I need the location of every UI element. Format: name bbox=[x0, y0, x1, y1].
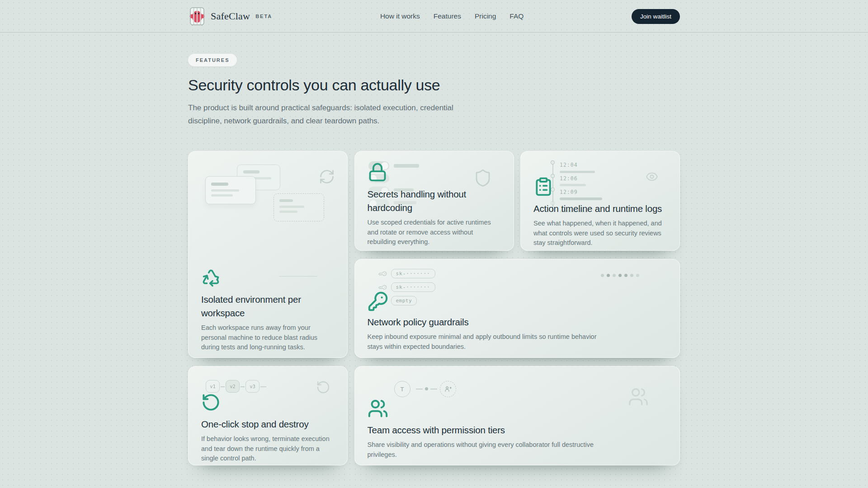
card-description: See what happened, when it happened, and… bbox=[533, 219, 667, 248]
tier-circle: T bbox=[394, 381, 410, 397]
card-action-timeline: 12:04 12:06 12:09 Action timeline and ru… bbox=[520, 151, 680, 251]
key-mini-icon bbox=[377, 269, 388, 279]
secret-key-pill: sk-······· bbox=[391, 269, 435, 278]
card-title: Secrets handling without hardcoding bbox=[368, 188, 483, 215]
version-chip: v3 bbox=[245, 380, 259, 393]
card-network-policy: sk-······· sk-······· empty bbox=[354, 259, 680, 358]
card-title: One-click stop and destroy bbox=[201, 418, 309, 431]
recycle-icon bbox=[201, 268, 221, 287]
rotate-ccw-icon bbox=[201, 393, 221, 412]
features-section: FEATURES Security controls you can actua… bbox=[188, 33, 680, 465]
card-stop-destroy: v1 v2 v3 One-click stop and destroy If b… bbox=[188, 366, 348, 465]
key-icon bbox=[368, 291, 388, 312]
user-plus-icon bbox=[444, 385, 452, 393]
ghost-window-dashed bbox=[274, 193, 324, 221]
feature-grid: Isolated environment per workspace Each … bbox=[188, 151, 680, 465]
page-title: Security controls you can actually use bbox=[188, 76, 680, 94]
card-description: If behavior looks wrong, terminate execu… bbox=[201, 434, 335, 464]
lock-icon bbox=[368, 162, 387, 182]
dots-decoration bbox=[601, 274, 639, 277]
card-title: Action timeline and runtime logs bbox=[533, 202, 662, 216]
card-title: Isolated environment per workspace bbox=[201, 293, 323, 320]
card-title: Team access with permission tiers bbox=[368, 423, 505, 437]
version-chip: v2 bbox=[226, 380, 240, 393]
site-header: SafeClaw BETA How it works Features Pric… bbox=[0, 0, 868, 33]
card-description: Share visibility and operations without … bbox=[368, 440, 605, 460]
users-icon bbox=[368, 398, 388, 419]
card-description: Each workspace runs away from your perso… bbox=[201, 323, 335, 352]
timeline-timestamp: 12:04 bbox=[560, 162, 578, 168]
brand[interactable]: SafeClaw BETA bbox=[188, 6, 272, 26]
card-isolated-environment: Isolated environment per workspace Each … bbox=[188, 151, 348, 358]
join-waitlist-button[interactable]: Join waitlist bbox=[632, 9, 680, 24]
version-chip: v1 bbox=[206, 380, 220, 393]
beta-badge: BETA bbox=[255, 14, 272, 19]
card-description: Keep inbound exposure minimal and apply … bbox=[368, 332, 605, 352]
clipboard-list-icon bbox=[533, 177, 553, 197]
card-team-access: T Team access with permission tiers Shar… bbox=[354, 366, 680, 465]
nav-link-features[interactable]: Features bbox=[434, 12, 461, 20]
nav-link-pricing[interactable]: Pricing bbox=[475, 12, 496, 20]
refresh-cw-icon bbox=[319, 169, 335, 185]
brand-name: SafeClaw bbox=[211, 10, 250, 22]
invite-circle bbox=[440, 381, 456, 397]
card-secrets-handling: Secrets handling without hardcoding Use … bbox=[354, 151, 514, 251]
card-description: Use scoped credentials for active runtim… bbox=[368, 218, 501, 247]
features-badge: FEATURES bbox=[188, 54, 237, 66]
card-title: Network policy guardrails bbox=[368, 315, 469, 329]
safeclaw-logo-icon bbox=[188, 6, 206, 26]
main-nav: How it works Features Pricing FAQ bbox=[380, 12, 524, 20]
nav-link-faq[interactable]: FAQ bbox=[509, 12, 524, 20]
timeline-dot bbox=[551, 160, 555, 164]
ghost-window bbox=[205, 176, 256, 204]
secret-key-pill: sk-······· bbox=[391, 282, 435, 292]
page-subtitle: The product is built around practical sa… bbox=[188, 101, 471, 127]
nav-link-how-it-works[interactable]: How it works bbox=[380, 12, 420, 20]
